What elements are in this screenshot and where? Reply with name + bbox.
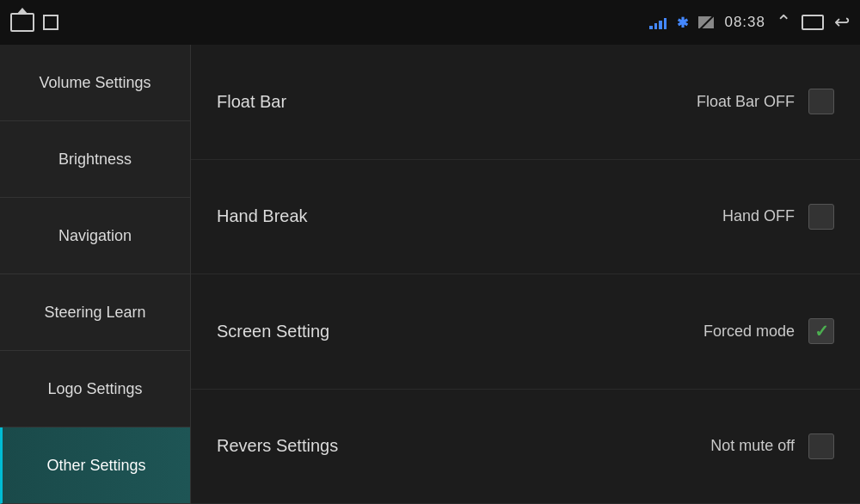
main-content: Volume Settings Brightness Navigation St… [0, 45, 860, 504]
sidebar-item-logo-settings[interactable]: Logo Settings [0, 351, 190, 427]
menu-icon[interactable] [802, 15, 824, 30]
settings-row-label: Screen Setting [217, 322, 703, 341]
settings-row-value: Float Bar OFF [697, 93, 795, 111]
sidebar: Volume Settings Brightness Navigation St… [0, 45, 191, 504]
sidebar-item-label: Steering Learn [44, 304, 145, 322]
sidebar-item-other-settings[interactable]: Other Settings [0, 427, 190, 504]
bluetooth-icon: ✱ [677, 15, 688, 31]
sidebar-item-navigation[interactable]: Navigation [0, 198, 190, 274]
checkmark-icon: ✓ [814, 321, 829, 341]
settings-row-hand-break[interactable]: Hand Break Hand OFF [191, 160, 860, 275]
sidebar-item-label: Navigation [58, 227, 132, 245]
settings-row-float-bar[interactable]: Float Bar Float Bar OFF [191, 45, 860, 160]
sidebar-item-label: Brightness [58, 151, 132, 169]
settings-row-label: Float Bar [217, 92, 697, 112]
home-icon[interactable] [10, 13, 34, 32]
sidebar-item-volume-settings[interactable]: Volume Settings [0, 45, 190, 121]
settings-row-value: Hand OFF [722, 207, 795, 225]
sidebar-item-steering-learn[interactable]: Steering Learn [0, 274, 190, 351]
time-display: 08:38 [724, 14, 765, 31]
status-bar: ✱ 08:38 ⌃ ↩ [0, 0, 860, 45]
settings-row-screen-setting[interactable]: Screen Setting Forced mode ✓ [191, 274, 860, 390]
status-bar-left [10, 13, 58, 32]
settings-row-value: Not mute off [710, 437, 795, 455]
revers-settings-checkbox[interactable] [808, 433, 834, 459]
back-icon[interactable]: ↩ [834, 11, 850, 34]
screen-setting-checkbox[interactable]: ✓ [808, 318, 834, 344]
nav-up-icon[interactable]: ⌃ [776, 11, 791, 34]
settings-row-label: Revers Settings [217, 436, 710, 456]
settings-row-revers-settings[interactable]: Revers Settings Not mute off [191, 390, 860, 505]
status-bar-right: ✱ 08:38 ⌃ ↩ [649, 11, 850, 34]
sidebar-item-label: Other Settings [46, 457, 145, 475]
settings-panel: Float Bar Float Bar OFF Hand Break Hand … [191, 45, 860, 504]
square-icon[interactable] [43, 15, 58, 30]
settings-row-value: Forced mode [703, 323, 795, 341]
settings-row-label: Hand Break [217, 206, 722, 226]
float-bar-checkbox[interactable] [808, 89, 834, 114]
sidebar-item-label: Volume Settings [39, 74, 150, 92]
sidebar-item-label: Logo Settings [47, 380, 142, 398]
no-sim-icon [698, 16, 714, 28]
hand-break-checkbox[interactable] [808, 204, 834, 230]
sidebar-item-brightness[interactable]: Brightness [0, 121, 190, 198]
signal-icon [649, 15, 666, 29]
